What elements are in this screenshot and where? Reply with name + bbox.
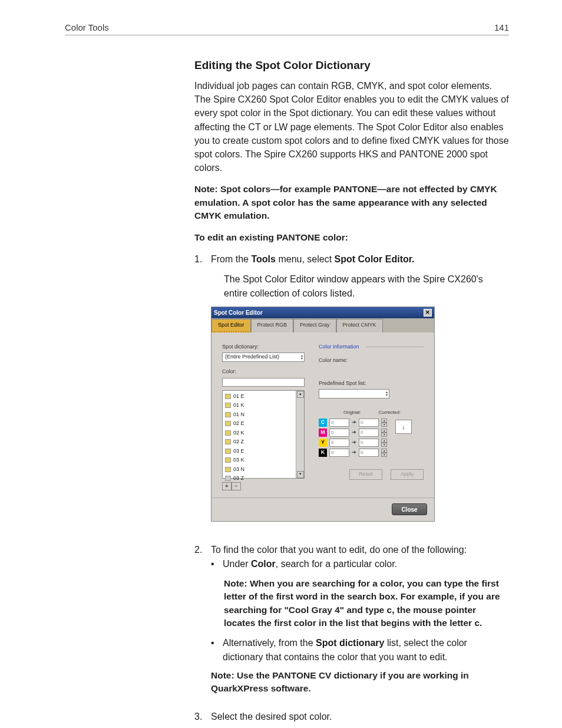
yellow-original-input[interactable]: 0 [329, 439, 349, 447]
dropdown-arrows-icon: ▴▾ [301, 354, 303, 360]
add-button[interactable]: + [222, 482, 232, 490]
tab-protect-gray[interactable]: Protect Gray [293, 319, 336, 332]
swatch-icon [225, 394, 231, 399]
apply-button[interactable]: Apply [391, 469, 424, 480]
page-header: Color Tools 141 [65, 22, 509, 35]
window-footer: Close [211, 498, 434, 521]
magenta-stepper[interactable]: ▴▾ [381, 429, 387, 437]
scrollbar[interactable]: ▴ ▾ [296, 391, 304, 478]
cyan-row: C 0 ➔ 0 ▴▾ [319, 419, 387, 427]
procedure-heading: To edit an existing PANTONE color: [194, 231, 509, 244]
arrow-right-icon: ➔ [352, 449, 356, 457]
cyan-stepper[interactable]: ▴▾ [381, 419, 387, 427]
step-2-bullet-2: • Alternatively, from the Spot dictionar… [211, 636, 509, 664]
window-titlebar: Spot Color Editor ✕ [211, 307, 434, 318]
spot-dictionary-dropdown[interactable]: (Entire Predefined List) ▴▾ [222, 353, 305, 362]
reset-button[interactable]: Reset [349, 469, 382, 480]
yellow-corrected-input[interactable]: 0 [359, 439, 379, 447]
close-button[interactable]: Close [392, 503, 427, 515]
list-item: 01 K [223, 401, 296, 410]
step-1: 1. From the Tools menu, select Spot Colo… [194, 252, 509, 537]
tab-spot-editor[interactable]: Spot Editor [211, 319, 251, 332]
arrow-right-icon: ➔ [352, 419, 356, 427]
note-1: Note: Spot colors—for example PANTONE—ar… [194, 183, 509, 222]
magenta-row: M 0 ➔ 0 ▴▾ [319, 429, 387, 437]
remove-button[interactable]: − [232, 482, 241, 490]
color-name-label: Color name: [319, 357, 424, 365]
swatch-icon [225, 457, 231, 463]
swatch-icon [225, 476, 231, 481]
list-item: 01 N [223, 410, 296, 420]
black-chip-icon: K [319, 449, 327, 457]
yellow-stepper[interactable]: ▴▾ [381, 439, 387, 447]
swatch-icon [225, 467, 231, 472]
black-corrected-input[interactable]: 0 [359, 449, 379, 457]
step-3: 3. Select the desired spot color. The CM… [194, 710, 509, 729]
arrow-right-icon: ➔ [352, 429, 356, 437]
color-preview-swatch: ↓ [395, 420, 412, 434]
yellow-chip-icon: Y [319, 439, 327, 447]
magenta-corrected-input[interactable]: 0 [359, 429, 379, 437]
magenta-original-input[interactable]: 0 [329, 429, 349, 437]
color-information-label: Color information [319, 343, 424, 351]
color-listbox[interactable]: 01 E 01 K 01 N 02 E 02 K 02 Z 03 E 03 K … [222, 390, 305, 479]
color-label: Color: [222, 368, 305, 376]
step-2-note-1: Note: When you are searching for a color… [224, 577, 509, 630]
cyan-chip-icon: C [319, 419, 327, 427]
list-item: 03 E [223, 447, 296, 456]
predefined-spot-list-label: Predefined Spot list: [319, 380, 424, 388]
yellow-row: Y 0 ➔ 0 ▴▾ [319, 439, 387, 447]
value-columns-header: Original: Corrected: [343, 409, 424, 416]
list-item: 02 Z [223, 437, 296, 447]
header-left: Color Tools [65, 22, 109, 32]
tab-protect-rgb[interactable]: Protect RGB [251, 319, 294, 332]
swatch-icon [225, 403, 231, 408]
color-search-input[interactable] [222, 378, 305, 387]
cyan-original-input[interactable]: 0 [329, 419, 349, 427]
swatch-icon [225, 430, 231, 436]
spot-dictionary-label: Spot dictionary: [222, 343, 305, 351]
list-item: 02 K [223, 429, 296, 438]
list-item: 03 K [223, 456, 296, 465]
step-1-sub: The Spot Color Editor window appears wit… [224, 272, 509, 301]
spot-color-editor-screenshot: Spot Color Editor ✕ Spot Editor Protect … [211, 307, 435, 522]
arrow-right-icon: ➔ [352, 439, 356, 447]
list-item: 01 E [223, 392, 296, 401]
page-title: Editing the Spot Color Dictionary [194, 59, 509, 72]
scroll-up-icon[interactable]: ▴ [297, 391, 304, 398]
swatch-icon [225, 449, 231, 454]
list-item: 03 N [223, 465, 296, 475]
magenta-chip-icon: M [319, 429, 327, 437]
black-original-input[interactable]: 0 [329, 449, 349, 457]
arrow-down-icon: ↓ [402, 422, 405, 432]
predefined-spot-list-dropdown[interactable]: ▴▾ [319, 389, 389, 398]
cyan-corrected-input[interactable]: 0 [359, 419, 379, 427]
step-2-note-2: Note: Use the PANTONE CV dictionary if y… [211, 669, 509, 696]
swatch-icon [225, 421, 231, 426]
intro-paragraph: Individual job pages can contain RGB, CM… [194, 79, 509, 174]
window-title: Spot Color Editor [214, 308, 263, 317]
step-2-bullet-1: • Under Color, search for a particular c… [211, 557, 509, 571]
scroll-down-icon[interactable]: ▾ [297, 471, 304, 478]
swatch-icon [225, 412, 231, 417]
list-item: 02 E [223, 419, 296, 429]
dropdown-arrows-icon: ▴▾ [386, 391, 388, 397]
swatch-icon [225, 439, 231, 444]
black-stepper[interactable]: ▴▾ [381, 449, 387, 457]
close-icon[interactable]: ✕ [424, 309, 432, 317]
header-page-number: 141 [494, 22, 509, 32]
tab-bar: Spot Editor Protect RGB Protect Gray Pro… [211, 318, 434, 332]
step-2: 2. To find the color that you want to ed… [194, 543, 509, 704]
tab-protect-cmyk[interactable]: Protect CMYK [336, 319, 383, 332]
black-row: K 0 ➔ 0 ▴▾ [319, 449, 387, 457]
